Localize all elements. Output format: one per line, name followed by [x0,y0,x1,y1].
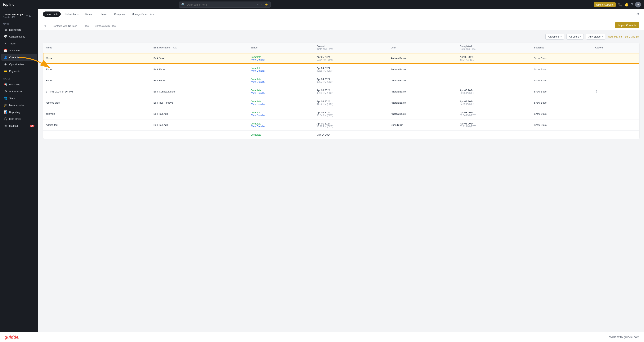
cell-bulk-op: Bulk Tag Add [150,120,248,130]
sidebar-item-tasks[interactable]: ✓ Tasks [1,40,37,47]
opportunities-icon: ◈ [4,62,7,66]
tab-manage-smart-lists[interactable]: Manage Smart Lists [129,12,156,17]
guidde-footer: guidde. Made with guidde.com [0,332,644,342]
filter-tab-no-tags[interactable]: Contacts with No Tags [52,22,78,30]
cell-completed [457,75,531,86]
completed-time: 10:24 AM (EDT) [460,58,528,61]
cell-stats[interactable]: Show Stats [531,120,592,130]
sidebar-item-label: Conversations [9,35,25,38]
cell-stats[interactable]: Show Stats [531,86,592,97]
cell-created: Apr 01 2024 03:22 PM (EDT) [314,120,388,130]
all-actions-dropdown[interactable]: All Actions ▾ [546,34,564,40]
date-range-picker[interactable]: Wed, Mar 6th - Sun, May 5th [608,35,640,38]
any-status-dropdown[interactable]: Any Status ▾ [586,34,605,40]
help-icon[interactable]: ? [631,3,633,7]
col-created: Created (Date and Time) [314,43,388,53]
import-contacts-button[interactable]: Import Contacts [615,22,640,28]
sidebar-item-opportunities[interactable]: ◈ Opportunities [1,61,37,68]
sidebar-item-marketing[interactable]: 📢 Marketing [1,81,37,88]
view-details-link[interactable]: (View Details) [250,70,310,72]
sidebar-item-label: Automation [9,90,22,93]
cell-completed: Apr 03 202403:54 PM (EDT) [457,108,531,120]
cell-stats[interactable]: Show Stats [531,64,592,75]
user-avatar[interactable]: AB [635,2,641,8]
guidde-logo: guidde. [4,335,20,340]
show-stats-link[interactable]: Show Stats [534,112,546,115]
sidebar-item-scheduler[interactable]: 📅 Scheduler [1,47,37,54]
sidebar-item-payments[interactable]: 💳 Payments [1,68,37,74]
filter-tabs-bar: All Contacts with No Tags Tags Contacts … [38,19,644,30]
all-users-dropdown[interactable]: All Users ▾ [566,34,584,40]
phone-icon[interactable]: 📞 [618,2,622,7]
show-stats-link[interactable]: Show Stats [534,124,546,126]
view-details-link[interactable]: (View Details) [250,92,310,94]
bell-icon[interactable]: 🔔 [624,2,629,7]
tab-smart-lists[interactable]: Smart Lists [43,12,61,17]
show-stats-link[interactable]: Show Stats [534,90,546,93]
cell-completed: Apr 01 202403:22 PM (EDT) [457,120,531,130]
tab-restore[interactable]: Restore [83,12,97,17]
cell-actions [592,108,640,120]
cell-stats[interactable]: Show Stats [531,53,592,64]
apps-section-label: Apps [0,20,38,26]
memberships-icon: 🎓 [4,104,7,107]
more-options-icon[interactable]: ⋮ [595,90,598,93]
tab-tasks[interactable]: Tasks [98,12,110,17]
search-input[interactable] [187,3,254,6]
view-details-link[interactable]: (View Details) [250,58,310,61]
sidebar-collapse-button[interactable]: ⊟ [29,14,32,17]
filter-tab-all[interactable]: All [43,22,47,30]
global-search[interactable]: 🔍 Ctrl + K ⚡ [179,2,271,8]
sidebar-item-label: Marketing [9,83,20,86]
payments-icon: 💳 [4,69,7,73]
sidebar-item-helpdesk[interactable]: 🎧 Help Desk [1,116,37,122]
sidebar-item-label: Tasks [9,42,16,45]
settings-gear-icon[interactable]: ⚙ [636,12,640,16]
chevron-down-icon: ▾ [560,36,562,38]
cell-created: Apr 05 2024 10:24 AM (EDT) [314,53,388,64]
sidebar-item-dashboard[interactable]: ⊞ Dashboard [1,26,37,33]
workspace-location: Scranton, PA [3,16,25,18]
view-details-link[interactable]: (View Details) [250,80,310,83]
sidebar-item-mailfold[interactable]: ✉ Mailfold 30 [1,122,37,129]
status-complete: Complete [250,89,310,92]
tab-bulk-actions[interactable]: Bulk Actions [62,12,81,17]
cell-stats[interactable]: Show Stats [531,108,592,120]
status-complete: Complete [250,111,310,114]
cell-bulk-op: Bulk Tag Remove [150,97,248,108]
show-stats-link[interactable]: Show Stats [534,79,546,82]
show-stats-link[interactable]: Show Stats [534,57,546,60]
cell-name: Export [43,64,150,75]
support-button[interactable]: topline Support [594,2,616,7]
cell-status: Complete (View Details) [247,97,314,108]
sidebar-item-contacts[interactable]: 👤 Contacts [1,54,37,61]
filter-tab-tags[interactable]: Tags [83,22,90,30]
filter-tab-with-tags[interactable]: Contacts with Tags [94,22,116,30]
sidebar-item-reporting[interactable]: 📊 Reporting [1,108,37,116]
view-details-link[interactable]: (View Details) [250,114,310,116]
sidebar-item-sites[interactable]: 🌐 Sites [1,95,37,102]
created-time: 03:22 PM (EDT) [317,125,384,128]
cell-user: Andrea Basto [388,108,457,120]
created-date: Apr 03 2024 [317,111,384,114]
created-time: 05:36 PM (EDT) [317,92,384,94]
view-details-link[interactable]: (View Details) [250,125,310,128]
tab-company[interactable]: Company [112,12,128,17]
sidebar-item-memberships[interactable]: 🎓 Memberships [1,102,37,108]
cell-bulk-op: Bulk Export [150,75,248,86]
completed-time: 03:22 PM (EDT) [460,125,528,128]
show-stats-link[interactable]: Show Stats [534,68,546,71]
view-details-link[interactable]: (View Details) [250,103,310,106]
col-completed: Completed (Date and Time) [457,43,531,53]
sidebar-item-conversations[interactable]: 💬 Conversations [1,33,37,40]
completed-time: 04:52 PM (EDT) [460,103,528,106]
created-date: Apr 05 2024 [317,56,384,58]
sidebar-item-label: Scheduler [9,49,20,52]
cell-stats[interactable]: Show Stats [531,97,592,108]
cell-stats[interactable]: Show Stats [531,75,592,86]
sidebar-item-automation[interactable]: ⚙ Automation [1,88,37,95]
workspace-selector[interactable]: Dunder Mifflin [D... Scranton, PA ▾ ⊟ [0,12,38,20]
created-date: Apr 04 2024 [317,67,384,70]
cell-user: Andrea Basto [388,97,457,108]
show-stats-link[interactable]: Show Stats [534,101,546,104]
